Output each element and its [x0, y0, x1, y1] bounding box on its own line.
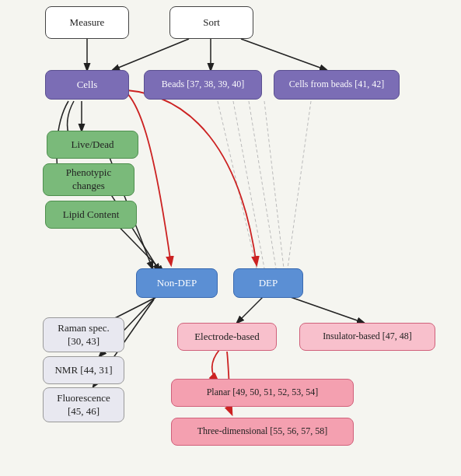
- dep-node: DEP: [233, 268, 303, 298]
- diagram: Measure Sort Cells Beads [37, 38, 39, 40…: [0, 0, 461, 476]
- sort-node: Sort: [169, 6, 253, 39]
- svg-line-16: [237, 296, 264, 323]
- svg-line-12: [288, 101, 311, 268]
- insulator-node: Insulator-based [47, 48]: [299, 323, 435, 351]
- svg-line-17: [286, 296, 364, 323]
- electrode-node: Electrode-based: [177, 323, 277, 351]
- svg-line-3: [241, 39, 327, 70]
- phenotypic-node: Phenotypic changes: [43, 163, 134, 196]
- beads-node: Beads [37, 38, 39, 40]: [144, 70, 262, 100]
- raman-node: Raman spec. [30, 43]: [43, 317, 124, 352]
- svg-line-8: [218, 101, 257, 268]
- svg-line-9: [233, 101, 264, 268]
- nmr-node: NMR [44, 31]: [43, 356, 124, 384]
- cells-node: Cells: [45, 70, 129, 100]
- lipid-node: Lipid Content: [45, 201, 137, 229]
- svg-line-11: [264, 101, 284, 268]
- measure-node: Measure: [45, 6, 129, 39]
- svg-line-10: [249, 101, 276, 268]
- cells-from-beads-node: Cells from beads [41, 42]: [274, 70, 400, 100]
- svg-line-1: [113, 39, 189, 70]
- fluorescence-node: Fluorescence [45, 46]: [43, 387, 124, 422]
- non-dep-node: Non-DEP: [136, 268, 218, 298]
- live-dead-node: Live/Dead: [47, 131, 138, 159]
- planar-node: Planar [49, 50, 51, 52, 53, 54]: [171, 379, 354, 407]
- three-d-node: Three-dimensional [55, 56, 57, 58]: [171, 418, 354, 446]
